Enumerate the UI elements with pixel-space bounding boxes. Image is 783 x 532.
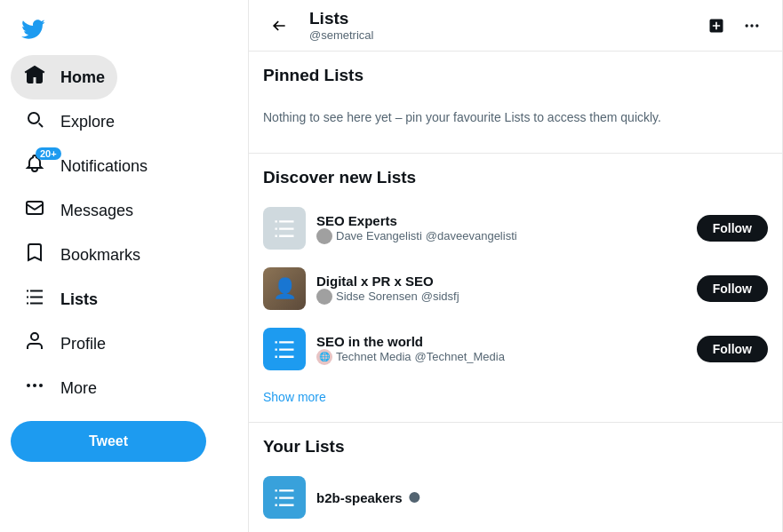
follow-seo-world-button[interactable]: Follow (697, 336, 768, 362)
b2b-speakers-avatar (263, 476, 306, 519)
sidebar-item-more[interactable]: More (11, 366, 109, 410)
sidebar-item-explore[interactable]: Explore (11, 99, 127, 144)
new-list-button[interactable] (700, 10, 732, 42)
lists-icon (23, 286, 46, 313)
svg-point-1 (33, 384, 36, 387)
technet-avatar: 🌐 (316, 349, 332, 365)
seo-experts-meta: Dave Evangelisti @daveevangelisti (316, 228, 686, 244)
list-item-seo-world[interactable]: SEO in the world 🌐 Technet Media @Techne… (263, 319, 768, 379)
pinned-lists-empty: Nothing to see here yet – pin your favou… (263, 96, 768, 139)
sidebar-item-messages[interactable]: Messages (11, 188, 146, 233)
back-button[interactable] (263, 10, 295, 42)
profile-icon (23, 330, 46, 357)
header-subtitle: @semetrical (309, 28, 700, 42)
digital-pr-seo-handle: @sidsfj (421, 290, 459, 303)
more-options-button[interactable] (736, 10, 768, 42)
page-header: Lists @semetrical (249, 0, 782, 52)
tweet-button[interactable]: Tweet (11, 421, 206, 462)
seo-experts-avatar (263, 207, 306, 250)
twitter-logo[interactable] (11, 7, 55, 52)
sidebar-item-lists[interactable]: Lists (11, 277, 110, 322)
sidebar-item-bookmarks-label: Bookmarks (60, 246, 140, 265)
explore-icon (23, 108, 46, 135)
seo-world-owner: Technet Media (336, 350, 411, 363)
seo-world-avatar (263, 328, 306, 370)
svg-point-2 (39, 384, 43, 387)
notification-badge: 20+ (36, 147, 61, 160)
digital-pr-seo-name: Digital x PR x SEO (316, 274, 686, 289)
messages-icon (23, 197, 46, 224)
sidebar-item-explore-label: Explore (60, 113, 115, 131)
seo-experts-owner: Dave Evangelisti (336, 229, 422, 242)
your-lists-title: Your Lists (263, 437, 768, 457)
bookmarks-icon (23, 242, 46, 268)
pinned-lists-section: Pinned Lists Nothing to see here yet – p… (249, 52, 782, 154)
digital-pr-seo-info: Digital x PR x SEO Sidse Sorensen @sidsf… (316, 274, 686, 305)
sidebar-item-lists-label: Lists (60, 290, 98, 309)
seo-experts-name: SEO Experts (316, 213, 686, 228)
home-icon (23, 64, 46, 91)
list-item-b2b-speakers[interactable]: b2b-speakers (263, 467, 768, 528)
follow-digital-pr-seo-button[interactable]: Follow (697, 275, 768, 302)
seo-world-name: SEO in the world (316, 334, 686, 349)
header-title-block: Lists @semetrical (309, 9, 700, 42)
main-content: Lists @semetrical Pinned Lists Nothing t… (249, 0, 783, 532)
sidebar-item-notifications-label: Notifications (60, 157, 148, 176)
sidebar-item-profile[interactable]: Profile (11, 322, 118, 366)
seo-world-handle: @Technet_Media (415, 350, 505, 363)
svg-point-4 (750, 24, 753, 27)
seo-world-meta: 🌐 Technet Media @Technet_Media (316, 349, 686, 365)
follow-seo-experts-button[interactable]: Follow (697, 215, 768, 242)
sidse-avatar (316, 289, 332, 305)
sidebar-item-home-label: Home (60, 68, 105, 87)
digital-pr-seo-owner: Sidse Sorensen (336, 290, 418, 303)
dave-avatar (316, 228, 332, 244)
sidebar-item-bookmarks[interactable]: Bookmarks (11, 233, 153, 277)
discover-lists-title: Discover new Lists (263, 168, 768, 187)
seo-experts-handle: @daveevangelisti (426, 229, 517, 242)
sidebar-item-home[interactable]: Home (11, 55, 117, 99)
svg-point-0 (27, 384, 30, 387)
sidebar-item-messages-label: Messages (60, 202, 133, 220)
list-item-digital-pr-seo[interactable]: 👤 Digital x PR x SEO Sidse Sorensen @sid… (263, 258, 768, 319)
pinned-lists-title: Pinned Lists (263, 66, 768, 85)
sidebar-item-profile-label: Profile (60, 335, 106, 353)
digital-pr-seo-meta: Sidse Sorensen @sidsfj (316, 289, 686, 305)
b2b-speakers-name: b2b-speakers (316, 490, 768, 505)
svg-point-3 (746, 24, 748, 27)
your-lists-section: Your Lists b2b-speakers (249, 423, 782, 532)
seo-experts-info: SEO Experts Dave Evangelisti @daveevange… (316, 213, 686, 244)
header-title: Lists (309, 9, 700, 28)
digital-pr-avatar: 👤 (263, 267, 306, 310)
seo-world-info: SEO in the world 🌐 Technet Media @Techne… (316, 334, 686, 365)
show-more-link[interactable]: Show more (263, 379, 768, 408)
svg-point-5 (755, 24, 758, 27)
more-icon (23, 375, 46, 401)
header-actions (700, 10, 768, 42)
sidebar-item-more-label: More (60, 379, 97, 398)
sidebar-item-notifications[interactable]: 20+ Notifications (11, 144, 160, 188)
b2b-speakers-info: b2b-speakers (316, 490, 768, 505)
sidebar: Home Explore 20+ Notifications Messages (0, 0, 249, 532)
discover-lists-section: Discover new Lists SEO Experts Dave Evan… (249, 154, 782, 423)
list-item-seo-experts[interactable]: SEO Experts Dave Evangelisti @daveevange… (263, 198, 768, 258)
